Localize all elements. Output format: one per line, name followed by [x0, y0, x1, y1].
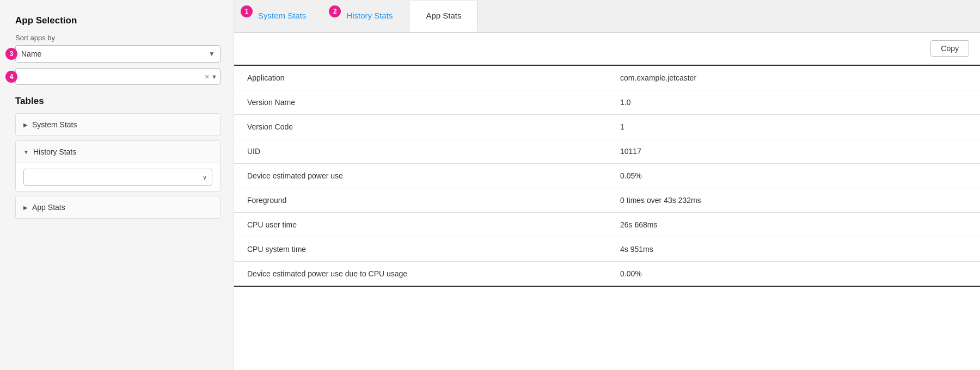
stat-value: 0.00% [607, 262, 980, 287]
content-area: Copy Applicationcom.example.jetcasterVer… [234, 33, 980, 370]
system-stats-label: System Stats [32, 120, 77, 129]
table-item-header-history-stats[interactable]: ▼ History Stats [16, 141, 220, 163]
stat-value: 1 [607, 115, 980, 139]
sort-label: Sort apps by [15, 34, 220, 42]
stat-key: UID [234, 139, 607, 164]
tab-badge-1: 1 [241, 5, 253, 17]
app-select-input[interactable]: com.example.jetcaster ... [15, 68, 220, 85]
stat-value: 10117 [607, 139, 980, 164]
table-row: Device estimated power use0.05% [234, 164, 980, 188]
table-row: Version Name1.0 [234, 90, 980, 115]
stat-key: Foreground [234, 188, 607, 213]
badge-4: 4 [5, 71, 17, 83]
stat-key: Application [234, 65, 607, 90]
table-row: Applicationcom.example.jetcaster [234, 65, 980, 90]
stats-table: Applicationcom.example.jetcasterVersion … [234, 65, 980, 287]
stat-key: Device estimated power use due to CPU us… [234, 262, 607, 287]
clear-app-icon[interactable]: × [205, 72, 209, 81]
stat-value: 26s 668ms [607, 213, 980, 237]
tab-system-stats-label: System Stats [258, 11, 306, 20]
app-stats-label: App Stats [32, 203, 65, 212]
stat-value: com.example.jetcaster [607, 65, 980, 90]
history-stats-arrow-icon: ▼ [23, 149, 29, 155]
badge-3: 3 [5, 48, 17, 60]
table-row: Foreground0 times over 43s 232ms [234, 188, 980, 213]
table-row: CPU system time4s 951ms [234, 237, 980, 262]
history-stats-select-wrapper: ∨ [23, 169, 212, 186]
copy-bar: Copy [234, 33, 980, 65]
stat-value: 0 times over 43s 232ms [607, 188, 980, 213]
table-row: UID10117 [234, 139, 980, 164]
stat-value: 0.05% [607, 164, 980, 188]
history-stats-body: ∨ [16, 163, 220, 191]
table-item-history-stats: ▼ History Stats ∨ [15, 140, 220, 192]
stat-value: 1.0 [607, 90, 980, 115]
sort-select[interactable]: Name Usage ID [15, 45, 220, 63]
sort-select-wrapper: 3 Name Usage ID ▼ [15, 45, 220, 63]
table-item-system-stats: ▶ System Stats [15, 113, 220, 136]
stat-key: CPU system time [234, 237, 607, 262]
tab-system-stats[interactable]: 1 System Stats [234, 1, 322, 32]
stat-key: Version Name [234, 90, 607, 115]
copy-button[interactable]: Copy [930, 40, 969, 57]
tab-history-stats-label: History Stats [346, 11, 393, 20]
stat-key: Device estimated power use [234, 164, 607, 188]
tables-title: Tables [15, 96, 220, 107]
history-stats-select[interactable] [23, 169, 212, 186]
table-item-app-stats: ▶ App Stats [15, 196, 220, 219]
history-stats-label: History Stats [33, 147, 76, 156]
table-item-header-system-stats[interactable]: ▶ System Stats [16, 114, 220, 135]
tab-history-stats[interactable]: 2 History Stats [322, 1, 409, 32]
system-stats-arrow-icon: ▶ [23, 122, 28, 128]
table-row: CPU user time26s 668ms [234, 213, 980, 237]
stat-key: CPU user time [234, 213, 607, 237]
sidebar-title: App Selection [15, 15, 220, 26]
table-row: Version Code1 [234, 115, 980, 139]
stat-value: 4s 951ms [607, 237, 980, 262]
tab-app-stats-label: App Stats [426, 11, 461, 20]
app-select-wrapper: 4 com.example.jetcaster ... × ▼ [15, 68, 220, 85]
stat-key: Version Code [234, 115, 607, 139]
tabs-bar: 1 System Stats 2 History Stats App Stats [234, 0, 980, 33]
main-content: 1 System Stats 2 History Stats App Stats… [234, 0, 980, 370]
sidebar: App Selection Sort apps by 3 Name Usage … [0, 0, 234, 370]
app-dropdown-icon[interactable]: ▼ [211, 73, 217, 80]
tab-badge-2: 2 [329, 5, 341, 17]
app-stats-arrow-icon: ▶ [23, 205, 28, 211]
table-row: Device estimated power use due to CPU us… [234, 262, 980, 287]
tab-app-stats[interactable]: App Stats [409, 1, 478, 32]
app-select-icons: × ▼ [205, 72, 217, 81]
table-item-header-app-stats[interactable]: ▶ App Stats [16, 196, 220, 218]
